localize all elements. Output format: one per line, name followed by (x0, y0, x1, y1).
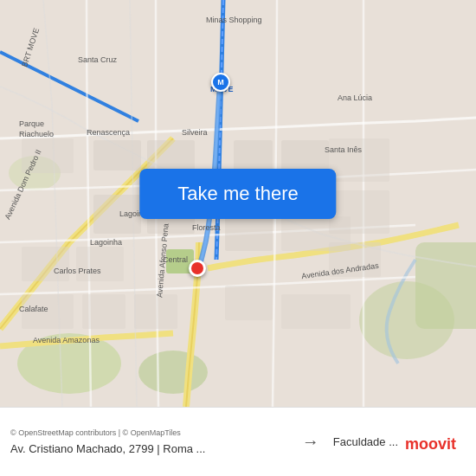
map-container: Minas Shopping Santa Cruz Ana Lúcia Parq… (0, 0, 476, 407)
svg-point-4 (359, 281, 454, 359)
origin-marker-label: M (217, 78, 224, 87)
svg-rect-26 (329, 242, 381, 277)
arrow-right-icon: → (299, 430, 323, 454)
destination-marker (189, 260, 206, 277)
svg-rect-24 (329, 138, 389, 182)
svg-rect-15 (76, 247, 124, 281)
svg-rect-10 (234, 140, 273, 170)
bottom-bar: © OpenStreetMap contributors | © OpenMap… (0, 407, 476, 476)
svg-rect-8 (93, 195, 141, 234)
svg-rect-6 (93, 140, 141, 170)
svg-rect-14 (22, 247, 69, 281)
svg-point-2 (138, 351, 208, 394)
svg-rect-25 (329, 190, 389, 234)
arrow-container: → (288, 430, 333, 454)
osm-credit: © OpenStreetMap contributors | © OpenMap… (10, 428, 288, 437)
svg-rect-16 (225, 216, 273, 251)
svg-rect-20 (134, 294, 177, 329)
bottom-left-section: © OpenStreetMap contributors | © OpenMap… (10, 428, 288, 455)
take-me-there-button[interactable]: Take me there (139, 169, 336, 219)
svg-text:moovit: moovit (405, 435, 456, 453)
origin-location-name: Av. Cristiano Machado, 2799 | Roma ... (10, 442, 288, 455)
svg-rect-22 (281, 294, 351, 329)
svg-rect-19 (82, 294, 125, 329)
moovit-logo-svg: moovit (405, 430, 466, 454)
svg-rect-21 (225, 286, 273, 320)
svg-rect-11 (281, 140, 329, 170)
destination-name: Faculdade ... (333, 435, 398, 448)
svg-rect-7 (147, 140, 195, 170)
svg-rect-23 (22, 138, 74, 173)
origin-marker: M (211, 73, 230, 92)
moovit-logo: moovit (398, 430, 466, 454)
svg-rect-18 (22, 294, 74, 329)
app: Minas Shopping Santa Cruz Ana Lúcia Parq… (0, 0, 476, 476)
